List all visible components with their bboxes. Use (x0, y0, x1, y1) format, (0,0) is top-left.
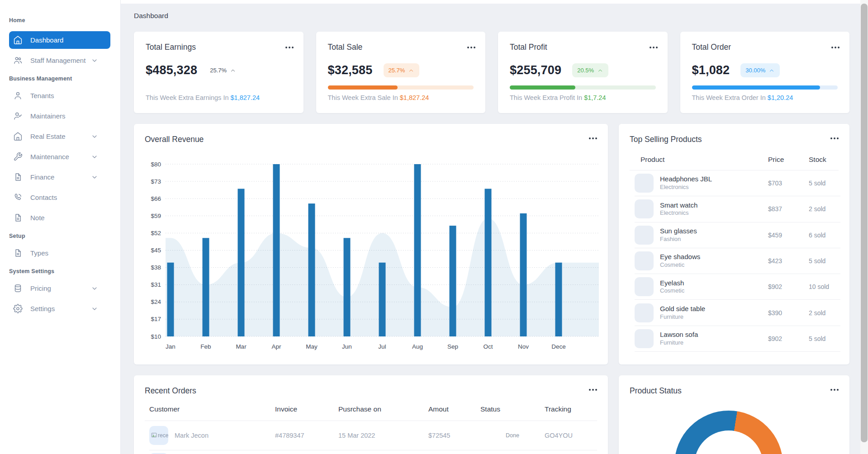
chevron-up-icon (597, 67, 603, 74)
sidebar-item-maintenance[interactable]: Maintenance (9, 148, 110, 166)
product-category: Electronics (660, 184, 768, 191)
orders-menu-dots-icon[interactable] (587, 387, 598, 393)
person-check-icon (13, 111, 23, 121)
progress-bar (328, 85, 474, 90)
orders-table-header: CustomerInvoicePusrchase onAmoutStatusTr… (149, 405, 597, 413)
svg-text:Jun: Jun (342, 343, 352, 350)
svg-text:$52: $52 (151, 230, 161, 236)
product-thumbnail (635, 251, 654, 270)
svg-text:Aug: Aug (412, 343, 423, 350)
revenue-menu-dots-icon[interactable] (587, 136, 598, 141)
product-stock: 2 sold (809, 309, 840, 317)
scrollbar-thumb[interactable] (861, 4, 868, 442)
stat-card-description: This Week Extra Profit In $1,7.24 (510, 94, 606, 101)
product-thumbnail (635, 199, 654, 218)
product-price: $902 (768, 283, 809, 290)
sidebar-item-real-estate[interactable]: Real Estate (9, 128, 110, 145)
main-content: Dashboard Total Earnings $485,32825.7% T… (121, 0, 860, 454)
stat-card-description: This Week Extra Sale In $1,827.24 (328, 94, 429, 101)
order-row-mark-jecon[interactable]: rece Mark Jecon #4789347 15 Mar 2022 $72… (149, 421, 597, 450)
product-price: $703 (768, 180, 809, 187)
status-panel-title: Product Status (630, 386, 682, 396)
svg-text:Sep: Sep (447, 343, 458, 350)
svg-text:Oct: Oct (483, 343, 493, 350)
product-row-sun-glasses[interactable]: Sun glasses Fashion $459 6 sold (635, 222, 840, 248)
order-amount: $72545 (428, 432, 480, 439)
sidebar-item-dashboard[interactable]: Dashboard (9, 31, 110, 49)
product-stock: 5 sold (809, 335, 840, 342)
product-row-headphones-jbl[interactable]: Headphones JBL Electronics $703 5 sold (635, 170, 840, 196)
column-tracking: Tracking (545, 405, 597, 413)
stat-card-menu-dots-icon[interactable] (465, 45, 476, 50)
sidebar-item-staff-management[interactable]: Staff Management (9, 52, 110, 69)
chevron-down-icon (91, 133, 98, 140)
sidebar: Home Dashboard Staff Management Business… (0, 0, 121, 454)
column-product: Product (635, 156, 768, 164)
products-menu-dots-icon[interactable] (828, 136, 840, 141)
product-row-gold-side-table[interactable]: Gold side table Furniture $390 2 sold (635, 300, 840, 326)
stat-card-total-sale: Total Sale $32,58525.7% This Week Extra … (316, 32, 486, 113)
product-price: $459 (768, 232, 809, 239)
staff-icon (13, 56, 23, 65)
stat-card-total-profit: Total Profit $255,70920.5% This Week Ext… (498, 32, 668, 113)
home-icon (13, 35, 23, 45)
sidebar-item-maintainers[interactable]: Maintainers (9, 107, 110, 125)
column-customer: Customer (149, 405, 275, 413)
page-scrollbar (860, 0, 868, 454)
product-price: $837 (768, 205, 809, 213)
svg-text:May: May (306, 343, 318, 350)
product-row-smart-watch[interactable]: Smart watch Electronics $837 2 sold (635, 196, 840, 222)
order-purchase-date: 15 Mar 2022 (338, 432, 428, 439)
stat-card-description: This Week Extra Earnings In $1,827.24 (146, 94, 260, 101)
top-strip (121, 0, 860, 4)
orders-panel-title: Recent Orders (145, 386, 196, 396)
product-status-donut-chart (674, 411, 783, 454)
product-name: Eye shadows (660, 253, 768, 261)
percent-badge: 25.7% (384, 63, 420, 77)
sidebar-item-finance[interactable]: Finance (9, 168, 110, 186)
product-name: Headphones JBL (660, 175, 768, 184)
product-name: Gold side table (660, 305, 768, 313)
document-icon (13, 213, 23, 222)
sidebar-item-contacts[interactable]: Contacts (9, 189, 110, 206)
product-stock: 5 sold (809, 257, 840, 265)
percent-badge: 25.7% (210, 67, 236, 74)
product-thumbnail (635, 174, 654, 193)
top-selling-products-panel: Top Selling Products Product Price Stock… (619, 124, 849, 364)
product-row-eye-shadows[interactable]: Eye shadows Cosmetic $423 5 sold (635, 248, 840, 274)
sidebar-item-pricing[interactable]: Pricing (9, 279, 110, 297)
product-price: $902 (768, 335, 809, 342)
sidebar-item-label: Maintenance (30, 153, 69, 161)
sidebar-item-settings[interactable]: Settings (9, 300, 110, 317)
product-name: Lawson sofa (660, 331, 768, 339)
svg-text:$24: $24 (151, 298, 161, 305)
sidebar-item-label: Settings (30, 305, 55, 312)
svg-text:Feb: Feb (200, 343, 211, 350)
status-menu-dots-icon[interactable] (828, 387, 840, 393)
chevron-down-icon (91, 174, 98, 181)
stat-card-menu-dots-icon[interactable] (283, 45, 294, 50)
product-thumbnail (635, 303, 654, 322)
stat-card-value: $1,082 (692, 63, 730, 77)
product-row-lawson-sofa[interactable]: Lawson sofa Furniture $902 5 sold (635, 326, 840, 352)
product-name: Smart watch (660, 201, 768, 210)
column-invoice: Invoice (275, 405, 338, 413)
stat-card-menu-dots-icon[interactable] (647, 45, 659, 50)
svg-text:Mar: Mar (236, 343, 247, 350)
document-icon (13, 172, 23, 182)
svg-text:$31: $31 (151, 281, 161, 288)
sidebar-item-note[interactable]: Note (9, 209, 110, 227)
product-stock: 2 sold (809, 205, 840, 213)
stat-card-amount: $1,20.24 (768, 94, 793, 101)
stat-card-title: Total Earnings (146, 43, 196, 52)
sidebar-item-tenants[interactable]: Tenants (9, 87, 110, 104)
sidebar-item-label: Real Estate (30, 132, 66, 140)
stat-card-total-earnings: Total Earnings $485,32825.7% This Week E… (134, 32, 304, 113)
stat-card-title: Total Profit (510, 43, 547, 52)
order-row-partial[interactable] (149, 450, 597, 454)
svg-text:Dece: Dece (551, 343, 566, 350)
sidebar-item-types[interactable]: Types (9, 244, 110, 262)
sidebar-section-home: Home (9, 17, 120, 24)
product-row-eyelash[interactable]: Eyelash Cosmetic $902 10 sold (635, 274, 840, 300)
stat-card-menu-dots-icon[interactable] (829, 45, 840, 50)
